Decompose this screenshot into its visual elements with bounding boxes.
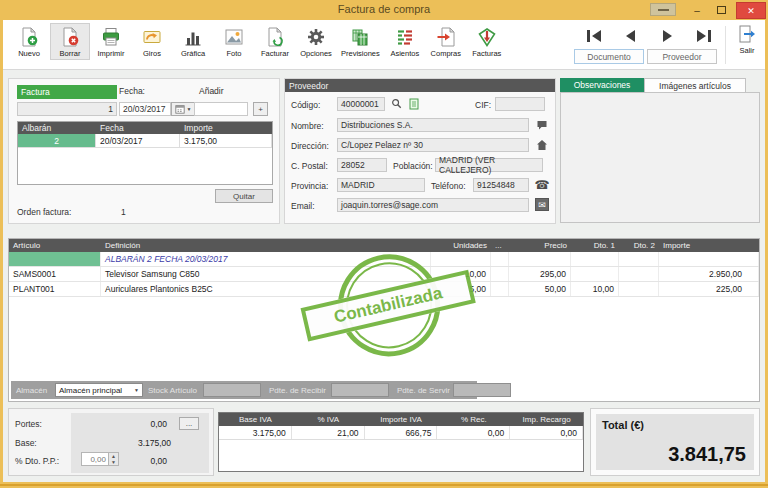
cell-dto2 xyxy=(619,252,659,266)
cell-precio xyxy=(509,252,571,266)
cif-label: CIF: xyxy=(475,100,491,110)
column-header: Dto. 2 xyxy=(619,239,659,252)
previous-record-button[interactable] xyxy=(618,28,644,44)
toolbar-button-asientos[interactable]: Asientos xyxy=(385,23,425,60)
column-header: Dto. 1 xyxy=(571,239,619,252)
entries-list-icon xyxy=(394,26,416,48)
albaran-fecha: 20/03/2017 xyxy=(96,134,180,147)
toolbar-button-giros[interactable]: Giros xyxy=(132,23,172,60)
documento-button[interactable]: Documento xyxy=(574,49,644,64)
articulos-header-row: Artículo Definición Unidades ... Precio … xyxy=(9,239,759,252)
minimize-button[interactable]: – xyxy=(686,2,708,18)
add-albaran-button[interactable]: + xyxy=(253,102,268,116)
anadir-input[interactable] xyxy=(194,102,248,116)
stock-articulo-label: Stock Artículo xyxy=(148,386,197,395)
nombre-label: Nombre: xyxy=(291,121,324,131)
salir-button[interactable]: Salir xyxy=(732,23,762,55)
portes-more-button[interactable]: ... xyxy=(179,417,199,430)
phone-icon[interactable]: ☎ xyxy=(535,178,549,191)
toolbar-button-grafica[interactable]: Gráfica xyxy=(173,23,213,60)
email-field[interactable]: joaquin.torres@sage.com xyxy=(337,198,529,212)
next-record-button[interactable] xyxy=(654,28,680,44)
toolbar-button-facturar[interactable]: Facturar xyxy=(255,23,295,60)
pdte-servir-label: Pdte. de Servir xyxy=(397,386,450,395)
maximize-button[interactable] xyxy=(710,2,732,18)
toolbar-separator xyxy=(725,26,726,64)
tab-imagenes-articulos[interactable]: Imágenes artículos xyxy=(644,78,746,92)
notes-icon[interactable] xyxy=(407,97,421,110)
albaran-row[interactable]: 2 20/03/2017 3.175,00 xyxy=(18,134,272,148)
provincia-field[interactable]: MADRID xyxy=(337,178,425,192)
mail-icon[interactable]: ✉ xyxy=(535,198,549,211)
fecha-field[interactable]: 20/03/2017 xyxy=(119,102,171,116)
cell-dto2 xyxy=(619,282,659,296)
telefono-field[interactable]: 91254848 xyxy=(473,178,529,192)
base-label: Base: xyxy=(15,438,37,448)
quitar-button[interactable]: Quitar xyxy=(215,189,273,203)
cell-unidades xyxy=(431,252,491,266)
new-document-icon xyxy=(18,26,40,48)
pdte-servir-field[interactable] xyxy=(453,383,511,397)
last-record-button[interactable] xyxy=(691,28,717,44)
iva-row[interactable]: 3.175,00 21,00 666,75 0,00 0,00 xyxy=(219,426,583,440)
close-icon: ✕ xyxy=(747,6,755,16)
comment-icon[interactable] xyxy=(535,118,549,131)
toolbar-button-nuevo[interactable]: Nuevo xyxy=(9,23,49,60)
forecast-tables-icon xyxy=(349,26,371,48)
toolbar-button-facturas[interactable]: Facturas xyxy=(467,23,507,60)
close-button[interactable]: ✕ xyxy=(736,2,766,19)
factura-panel: Factura 1 Fecha: 20/03/2017 ▼ Añadir + A… xyxy=(8,78,280,224)
almacen-label: Almacén xyxy=(16,386,47,395)
codigo-field[interactable]: 40000001 xyxy=(337,97,385,111)
albaran-numero: 2 xyxy=(18,134,96,147)
dto-pp-input[interactable]: 0,00 xyxy=(82,453,108,465)
toolbar-button-compras[interactable]: Compras xyxy=(426,23,466,60)
iva-pct: 21,00 xyxy=(292,426,365,439)
toolbar-button-previsiones[interactable]: Previsiones xyxy=(337,23,384,60)
proveedor-button[interactable]: Proveedor xyxy=(647,49,717,64)
toolbar-button-foto[interactable]: Foto xyxy=(214,23,254,60)
factura-header: Factura xyxy=(17,85,117,99)
proveedor-header: Proveedor xyxy=(285,79,555,92)
cif-field[interactable] xyxy=(495,97,545,111)
resumen-panel: Portes: 0,00 ... Base: 3.175,00 % Dto. P… xyxy=(8,408,214,476)
spinner-down-icon[interactable]: ▼ xyxy=(109,459,118,465)
first-record-button[interactable] xyxy=(581,28,607,44)
column-header: % Rec. xyxy=(437,413,510,426)
toolbar-label: Opciones xyxy=(300,49,332,58)
table-row[interactable]: PLANT001 Auriculares Plantonics B25C 5,0… xyxy=(9,282,759,297)
factura-numero-field[interactable]: 1 xyxy=(17,102,117,116)
toolbar-button-borrar[interactable]: Borrar xyxy=(50,23,90,60)
iva-table: Base IVA % IVA Importe IVA % Rec. Imp. R… xyxy=(218,412,584,472)
stock-articulo-field[interactable] xyxy=(203,383,261,397)
toolbar-button-imprimir[interactable]: Imprimir xyxy=(91,23,131,60)
observaciones-content[interactable] xyxy=(560,92,760,223)
table-row[interactable]: SAMS0001 Televisor Samsung C850 10,00 29… xyxy=(9,267,759,282)
direccion-field[interactable]: C/Lopez Pelaez nº 30 xyxy=(337,138,529,152)
pin-button[interactable] xyxy=(650,3,676,16)
anadir-label: Añadir xyxy=(199,86,224,96)
pdte-recibir-field[interactable] xyxy=(331,383,389,397)
maximize-icon xyxy=(717,6,726,14)
nombre-field[interactable]: Distribuciones S.A. xyxy=(337,118,529,132)
iva-header-row: Base IVA % IVA Importe IVA % Rec. Imp. R… xyxy=(219,413,583,426)
almacen-select[interactable]: Almacén principal ▼ xyxy=(55,383,143,397)
toolbar-button-opciones[interactable]: Opciones xyxy=(296,23,336,60)
cell-definicion: Televisor Samsung C850 xyxy=(101,267,431,281)
home-icon[interactable] xyxy=(535,138,549,151)
tab-observaciones[interactable]: Observaciones xyxy=(560,78,644,92)
toolbar-label: Imprimir xyxy=(97,49,124,58)
dto-pp-spinner[interactable]: 0,00 ▲ ▼ xyxy=(81,452,119,466)
table-row-albaran[interactable]: ALBARÁN 2 FECHA 20/03/2017 xyxy=(9,252,759,267)
cpostal-field[interactable]: 28052 xyxy=(337,158,387,172)
search-icon[interactable] xyxy=(389,97,403,110)
cell-dto1 xyxy=(571,267,619,281)
total-box: Total (€) 3.841,75 xyxy=(596,414,754,470)
dto-pp-label: % Dto. P.P.: xyxy=(15,456,59,466)
poblacion-field[interactable]: MADRID (VER CALLEJERO) xyxy=(435,158,543,172)
fecha-calendar-button[interactable]: ▼ xyxy=(171,102,195,116)
column-header: Importe xyxy=(659,239,759,252)
column-header: Artículo xyxy=(9,239,101,252)
base-value: 3.175,00 xyxy=(138,438,171,448)
toolbar-label: Gráfica xyxy=(181,49,205,58)
